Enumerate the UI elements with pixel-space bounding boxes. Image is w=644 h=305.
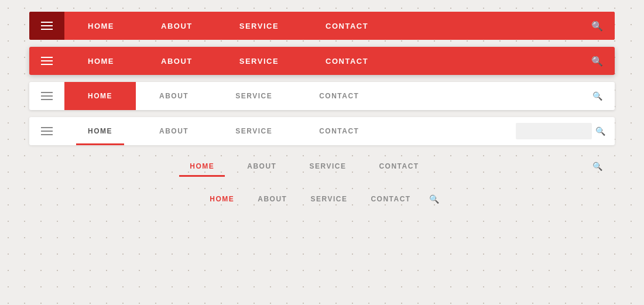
navbar-compact: HOME ABOUT SERVICE CONTACT 🔍 <box>29 187 615 211</box>
search-zone-4[interactable]: 🔍 <box>498 117 615 145</box>
hamburger-icon-2[interactable] <box>41 57 53 65</box>
nav-service-2[interactable]: SERVICE <box>216 47 302 75</box>
navbar-white-active: HOME ABOUT SERVICE CONTACT 🔍 <box>29 82 615 110</box>
search-zone-6[interactable]: 🔍 <box>425 194 444 204</box>
nav-links-3: HOME ABOUT SERVICE CONTACT <box>64 82 580 110</box>
hamburger-zone-3[interactable] <box>29 82 64 110</box>
hamburger-icon-4[interactable] <box>41 127 53 135</box>
nav-home-3[interactable]: HOME <box>64 82 136 110</box>
nav-home-5[interactable]: HOME <box>173 152 231 180</box>
nav-about-2[interactable]: ABOUT <box>138 47 216 75</box>
hamburger-zone-1[interactable] <box>29 12 64 40</box>
nav-links-6: HOME ABOUT SERVICE CONTACT 🔍 <box>200 187 443 211</box>
nav-links-4: HOME ABOUT SERVICE CONTACT <box>64 117 498 145</box>
search-input-4[interactable] <box>516 123 592 139</box>
hamburger-zone-2[interactable] <box>29 47 64 75</box>
search-icon-1[interactable]: 🔍 <box>591 20 603 32</box>
nav-about-3[interactable]: ABOUT <box>136 82 212 110</box>
nav-service-5[interactable]: SERVICE <box>293 152 362 180</box>
nav-home-6[interactable]: HOME <box>200 187 244 211</box>
nav-contact-2[interactable]: CONTACT <box>302 47 392 75</box>
search-zone-2[interactable]: 🔍 <box>580 47 615 75</box>
search-icon-5[interactable]: 🔍 <box>592 162 602 171</box>
search-icon-4[interactable]: 🔍 <box>595 126 605 136</box>
search-zone-3[interactable]: 🔍 <box>580 82 615 110</box>
hamburger-zone-4[interactable] <box>29 117 64 145</box>
nav-links-1: HOME ABOUT SERVICE CONTACT <box>64 12 580 40</box>
nav-contact-1[interactable]: CONTACT <box>302 12 392 40</box>
nav-about-1[interactable]: ABOUT <box>138 12 216 40</box>
nav-about-5[interactable]: ABOUT <box>231 152 293 180</box>
nav-contact-3[interactable]: CONTACT <box>296 82 382 110</box>
nav-home-2[interactable]: HOME <box>64 47 138 75</box>
search-icon-2[interactable]: 🔍 <box>591 56 603 67</box>
nav-home-4[interactable]: HOME <box>64 117 136 145</box>
nav-about-4[interactable]: ABOUT <box>136 117 212 145</box>
search-icon-6[interactable]: 🔍 <box>429 194 439 204</box>
nav-service-6[interactable]: SERVICE <box>301 187 357 211</box>
hamburger-icon-1[interactable] <box>41 22 53 30</box>
nav-contact-6[interactable]: CONTACT <box>361 187 420 211</box>
nav-home-1[interactable]: HOME <box>64 12 138 40</box>
nav-service-1[interactable]: SERVICE <box>216 12 302 40</box>
hamburger-icon-3[interactable] <box>41 92 53 100</box>
navbar-dark-red: HOME ABOUT SERVICE CONTACT 🔍 <box>29 12 615 40</box>
navbar-red: HOME ABOUT SERVICE CONTACT 🔍 <box>29 47 615 75</box>
nav-service-3[interactable]: SERVICE <box>212 82 296 110</box>
nav-links-5: HOME ABOUT SERVICE CONTACT <box>29 152 580 180</box>
navbar-white-underline: HOME ABOUT SERVICE CONTACT 🔍 <box>29 117 615 145</box>
nav-contact-4[interactable]: CONTACT <box>296 117 382 145</box>
search-zone-1[interactable]: 🔍 <box>580 12 615 40</box>
search-zone-5[interactable]: 🔍 <box>580 152 615 180</box>
nav-service-4[interactable]: SERVICE <box>212 117 296 145</box>
nav-links-2: HOME ABOUT SERVICE CONTACT <box>64 47 580 75</box>
search-icon-3[interactable]: 🔍 <box>592 91 602 101</box>
nav-contact-5[interactable]: CONTACT <box>362 152 435 180</box>
nav-about-6[interactable]: ABOUT <box>248 187 296 211</box>
navbar-minimal: HOME ABOUT SERVICE CONTACT 🔍 <box>29 152 615 180</box>
